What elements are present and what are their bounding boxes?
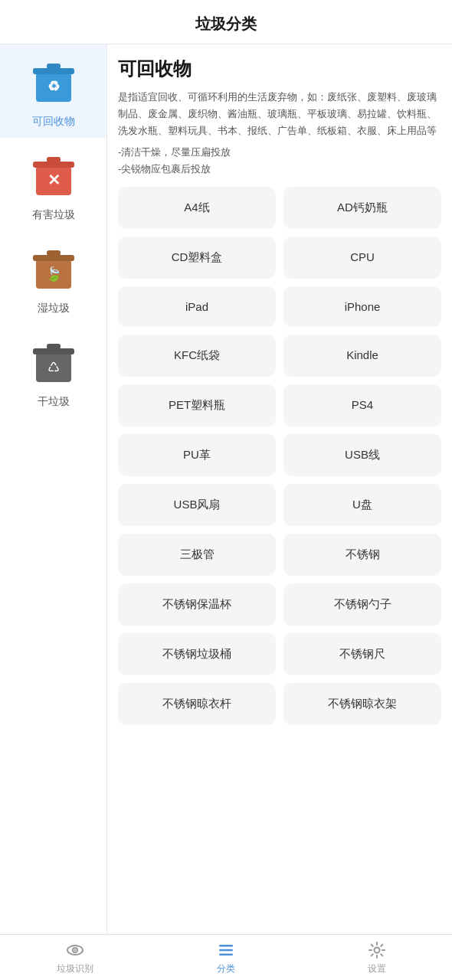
sidebar-label-recyc: 可回收物 bbox=[32, 115, 75, 129]
content-tips: -清洁干燥，尽量压扁投放 -尖锐物应包裹后投放 bbox=[118, 144, 441, 178]
grid-item[interactable]: Kindle bbox=[283, 335, 441, 377]
grid-item[interactable]: 三极管 bbox=[118, 534, 276, 576]
svg-rect-21 bbox=[219, 953, 233, 956]
grid-item[interactable]: 不锈钢尺 bbox=[283, 633, 441, 675]
tab-identify[interactable]: 垃圾识别 bbox=[0, 936, 151, 980]
grid-item[interactable]: USB风扇 bbox=[118, 484, 276, 526]
svg-rect-20 bbox=[219, 949, 233, 951]
sidebar-label-hazard: 有害垃圾 bbox=[32, 208, 75, 222]
grid-item[interactable]: 不锈钢垃圾桶 bbox=[118, 633, 276, 675]
grid-item[interactable]: USB线 bbox=[283, 434, 441, 476]
grid-item[interactable]: AD钙奶瓶 bbox=[283, 187, 441, 229]
svg-text:🍃: 🍃 bbox=[45, 266, 63, 283]
svg-rect-5 bbox=[33, 162, 74, 168]
svg-rect-1 bbox=[33, 68, 74, 74]
hazard-bin-icon: ✕ bbox=[27, 150, 80, 204]
grid-item[interactable]: PET塑料瓶 bbox=[118, 384, 276, 426]
classify-icon bbox=[216, 940, 236, 960]
grid-item[interactable]: 不锈钢晾衣架 bbox=[283, 683, 441, 725]
svg-rect-14 bbox=[47, 344, 61, 349]
items-grid: A4纸AD钙奶瓶CD塑料盒CPUiPadiPhoneKFC纸袋KindlePET… bbox=[118, 187, 441, 725]
page-title: 垃圾分类 bbox=[0, 0, 452, 44]
tab-identify-label: 垃圾识别 bbox=[57, 962, 93, 975]
grid-item[interactable]: KFC纸袋 bbox=[118, 335, 276, 377]
grid-item[interactable]: 不锈钢晾衣杆 bbox=[118, 683, 276, 725]
grid-item[interactable]: U盘 bbox=[283, 484, 441, 526]
content-description: 是指适宜回收、可循环利用的生活废弃物，如：废纸张、废塑料、废玻璃制品、废金属、废… bbox=[118, 89, 441, 139]
grid-item[interactable]: 不锈钢保温杯 bbox=[118, 583, 276, 626]
sidebar-item-recyc[interactable]: ♻ 可回收物 bbox=[0, 44, 106, 138]
svg-rect-6 bbox=[47, 157, 61, 162]
sidebar-item-hazard[interactable]: ✕ 有害垃圾 bbox=[0, 138, 106, 231]
svg-rect-13 bbox=[33, 348, 74, 354]
grid-item[interactable]: 不锈钢 bbox=[283, 534, 441, 576]
content-title: 可回收物 bbox=[118, 57, 441, 81]
svg-point-22 bbox=[374, 947, 379, 952]
identify-icon bbox=[65, 940, 85, 960]
sidebar-label-wet: 湿垃圾 bbox=[38, 302, 70, 315]
grid-item[interactable]: PS4 bbox=[283, 384, 441, 426]
svg-text:✕: ✕ bbox=[47, 172, 60, 188]
svg-rect-2 bbox=[47, 64, 61, 69]
svg-rect-9 bbox=[33, 255, 74, 261]
grid-item[interactable]: iPad bbox=[118, 286, 276, 327]
tab-classify[interactable]: 分类 bbox=[151, 936, 302, 980]
svg-text:♺: ♺ bbox=[47, 360, 60, 375]
sidebar-item-dry[interactable]: ♺ 干垃圾 bbox=[0, 325, 106, 418]
tabbar: 垃圾识别 分类 设置 bbox=[0, 934, 452, 980]
tab-settings-label: 设置 bbox=[368, 962, 386, 975]
content-area: 可回收物 是指适宜回收、可循环利用的生活废弃物，如：废纸张、废塑料、废玻璃制品、… bbox=[107, 44, 452, 934]
sidebar-item-wet[interactable]: 🍃 湿垃圾 bbox=[0, 231, 106, 325]
svg-text:♻: ♻ bbox=[47, 79, 60, 94]
grid-item[interactable]: A4纸 bbox=[118, 187, 276, 229]
recyc-bin-icon: ♻ bbox=[27, 57, 80, 110]
grid-item[interactable]: CD塑料盒 bbox=[118, 237, 276, 279]
svg-point-18 bbox=[74, 949, 76, 950]
tab-settings[interactable]: 设置 bbox=[301, 936, 452, 980]
grid-item[interactable]: 不锈钢勺子 bbox=[283, 583, 441, 626]
tab-classify-label: 分类 bbox=[217, 962, 235, 975]
svg-rect-19 bbox=[219, 945, 233, 947]
grid-item[interactable]: iPhone bbox=[283, 286, 441, 327]
sidebar: ♻ 可回收物 ✕ 有害垃圾 bbox=[0, 44, 107, 934]
wet-bin-icon: 🍃 bbox=[27, 243, 80, 297]
svg-rect-10 bbox=[47, 250, 61, 256]
tip-2: -尖锐物应包裹后投放 bbox=[118, 161, 441, 178]
grid-item[interactable]: CPU bbox=[283, 237, 441, 279]
settings-icon bbox=[367, 940, 387, 960]
grid-item[interactable]: PU革 bbox=[118, 434, 276, 476]
main-content: ♻ 可回收物 ✕ 有害垃圾 bbox=[0, 44, 452, 934]
sidebar-label-dry: 干垃圾 bbox=[38, 395, 70, 409]
dry-bin-icon: ♺ bbox=[27, 337, 80, 390]
tip-1: -清洁干燥，尽量压扁投放 bbox=[118, 144, 441, 161]
